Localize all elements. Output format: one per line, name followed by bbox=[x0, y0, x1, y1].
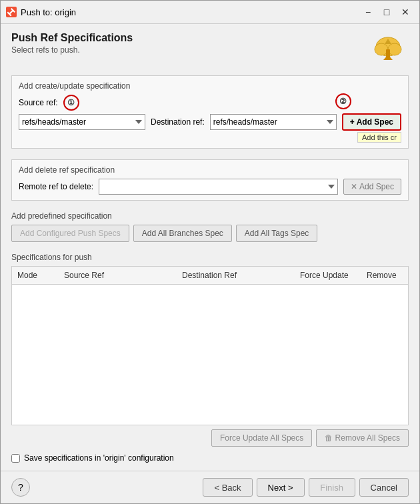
help-icon: ? bbox=[18, 482, 23, 493]
remote-ref-label: Remote ref to delete: bbox=[19, 182, 93, 191]
add-configured-push-specs-button[interactable]: Add Configured Push Specs bbox=[11, 225, 129, 242]
specs-table: Mode Source Ref Destination Ref Force Up… bbox=[11, 266, 409, 425]
nav-buttons: < Back Next > Finish Cancel bbox=[203, 478, 409, 497]
force-update-all-specs-button[interactable]: Force Update All Specs bbox=[211, 429, 312, 447]
nav-bar: ? < Back Next > Finish Cancel bbox=[1, 471, 419, 503]
predefined-section: Add predefined specification Add Configu… bbox=[11, 211, 409, 242]
specs-table-body bbox=[12, 285, 408, 371]
title-bar-controls: − □ ✕ bbox=[359, 5, 414, 19]
back-label: < Back bbox=[214, 483, 241, 493]
predefined-section-title: Add predefined specification bbox=[11, 211, 409, 221]
add-spec-button[interactable]: + Add Spec bbox=[342, 113, 401, 131]
create-update-title: Add create/update specification bbox=[19, 81, 401, 91]
delete-ref-section: Add delete ref specification Remote ref … bbox=[11, 159, 409, 201]
remove-all-specs-button[interactable]: 🗑 Remove All Specs bbox=[316, 429, 409, 447]
specs-table-header: Mode Source Ref Destination Ref Force Up… bbox=[12, 267, 408, 285]
delete-add-spec-label: ✕ Add Spec bbox=[351, 182, 394, 191]
add-all-tags-spec-button[interactable]: Add All Tags Spec bbox=[236, 225, 318, 242]
window-title: Push to: origin bbox=[21, 7, 76, 17]
col-mode: Mode bbox=[12, 269, 59, 281]
next-button[interactable]: Next > bbox=[257, 478, 305, 497]
add-spec-label: + Add Spec bbox=[350, 117, 393, 127]
specs-table-title: Specifications for push bbox=[11, 253, 409, 262]
remove-all-label: 🗑 Remove All Specs bbox=[325, 433, 400, 443]
cancel-label: Cancel bbox=[371, 483, 397, 493]
dest-ref-select[interactable]: refs/heads/master bbox=[210, 114, 337, 130]
content-area: Push Ref Specifications Select refs to p… bbox=[1, 24, 419, 471]
maximize-button[interactable]: □ bbox=[378, 5, 395, 19]
delete-add-spec-button[interactable]: ✕ Add Spec bbox=[343, 179, 401, 195]
upload-cloud-icon bbox=[373, 29, 403, 67]
col-remove: Remove bbox=[361, 269, 408, 281]
dest-ref-label: Destination ref: bbox=[151, 117, 205, 127]
col-force-update: Force Update bbox=[295, 269, 361, 281]
page-title: Push Ref Specifications bbox=[11, 32, 133, 44]
save-checkbox-label: Save specifications in 'origin' configur… bbox=[24, 453, 174, 463]
bottom-action-buttons: Force Update All Specs 🗑 Remove All Spec… bbox=[11, 429, 409, 447]
next-label: Next > bbox=[268, 483, 293, 493]
specs-table-section: Specifications for push Mode Source Ref … bbox=[11, 253, 409, 447]
git-icon bbox=[6, 7, 17, 17]
delete-section-title: Add delete ref specification bbox=[19, 165, 401, 175]
close-button[interactable]: ✕ bbox=[397, 5, 414, 19]
create-update-section: Add create/update specification Source r… bbox=[11, 75, 409, 149]
main-content: Push Ref Specifications Select refs to p… bbox=[1, 24, 419, 471]
add-spec-tooltip: Add this cr bbox=[357, 132, 401, 143]
source-ref-select[interactable]: refs/heads/master bbox=[19, 114, 145, 130]
source-ref-label: Source ref: bbox=[19, 98, 58, 107]
main-window: Push to: origin − □ ✕ Push Ref Specifica… bbox=[0, 0, 420, 504]
col-dest-ref: Destination Ref bbox=[177, 269, 295, 281]
page-subtitle: Select refs to push. bbox=[11, 45, 133, 55]
force-update-all-label: Force Update All Specs bbox=[220, 433, 303, 443]
finish-button[interactable]: Finish bbox=[309, 478, 355, 497]
help-button[interactable]: ? bbox=[11, 478, 30, 497]
step-number-2: ② bbox=[335, 93, 351, 109]
save-checkbox[interactable] bbox=[11, 454, 20, 463]
predefined-buttons: Add Configured Push Specs Add All Branch… bbox=[11, 225, 409, 242]
back-button[interactable]: < Back bbox=[203, 478, 252, 497]
save-checkbox-row: Save specifications in 'origin' configur… bbox=[11, 453, 409, 463]
minimize-button[interactable]: − bbox=[359, 5, 377, 19]
add-all-branches-spec-button[interactable]: Add All Branches Spec bbox=[133, 225, 232, 242]
col-source-ref: Source Ref bbox=[59, 269, 177, 281]
title-bar-left: Push to: origin bbox=[6, 7, 76, 17]
cancel-button[interactable]: Cancel bbox=[359, 478, 409, 497]
remote-ref-delete-select[interactable] bbox=[99, 179, 338, 195]
step-number-1: ① bbox=[63, 95, 79, 111]
title-bar: Push to: origin − □ ✕ bbox=[1, 1, 419, 24]
finish-label: Finish bbox=[320, 483, 343, 493]
